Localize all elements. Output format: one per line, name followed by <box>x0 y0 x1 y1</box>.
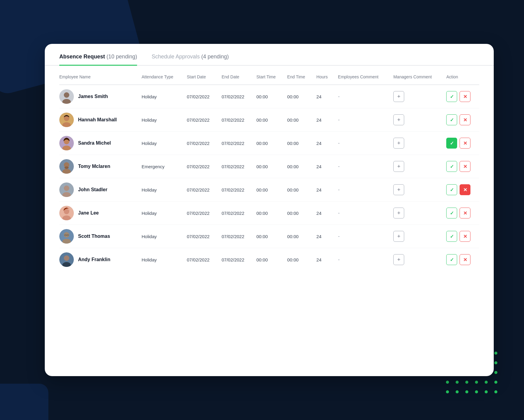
reject-button-4[interactable]: ✕ <box>460 161 470 172</box>
reject-button-1[interactable]: ✕ <box>460 91 470 102</box>
tab-absence-request[interactable]: Absence Request (10 pending) <box>59 54 137 66</box>
reject-button-2[interactable]: ✕ <box>460 114 470 125</box>
attendance-type-4: Emergency <box>138 155 183 178</box>
table-row: Andy Franklin Holiday 07/02/2022 07/02/2… <box>59 248 479 271</box>
table-row: James Smith Holiday 07/02/2022 07/02/202… <box>59 85 479 108</box>
col-end-time: End Time <box>283 66 313 85</box>
approve-button-1[interactable]: ✓ <box>446 91 457 102</box>
start-time-6: 00:00 <box>253 202 283 225</box>
employee-cell-6: Jane Lee <box>59 202 138 225</box>
attendance-type-2: Holiday <box>138 108 183 132</box>
start-date-3: 07/02/2022 <box>183 132 218 155</box>
end-date-8: 07/02/2022 <box>218 248 253 271</box>
reject-button-5[interactable]: ✕ <box>460 184 470 195</box>
approve-button-7[interactable]: ✓ <box>446 231 457 242</box>
end-date-3: 07/02/2022 <box>218 132 253 155</box>
employee-cell-2: Hannah Marshall <box>59 108 138 132</box>
end-time-2: 00:00 <box>283 108 313 132</box>
approve-button-4[interactable]: ✓ <box>446 161 457 172</box>
start-date-5: 07/02/2022 <box>183 178 218 202</box>
hours-5: 24 <box>313 178 334 202</box>
add-comment-button-5[interactable]: + <box>393 184 404 195</box>
managers-comment-cell-2: + <box>390 108 443 132</box>
start-time-4: 00:00 <box>253 155 283 178</box>
avatar-3 <box>59 136 74 150</box>
avatar-4 <box>59 159 74 174</box>
avatar-1 <box>59 89 74 104</box>
table-row: Tomy Mclaren Emergency 07/02/2022 07/02/… <box>59 155 479 178</box>
add-comment-button-6[interactable]: + <box>393 208 404 218</box>
reject-button-8[interactable]: ✕ <box>460 254 470 265</box>
reject-button-7[interactable]: ✕ <box>460 231 470 242</box>
add-comment-button-4[interactable]: + <box>393 161 404 172</box>
absence-request-table: Employee Name Attendance Type Start Date… <box>59 66 479 271</box>
add-comment-button-1[interactable]: + <box>393 91 404 102</box>
approve-button-6[interactable]: ✓ <box>446 208 457 218</box>
hours-4: 24 <box>313 155 334 178</box>
employee-name-4: Tomy Mclaren <box>78 164 110 169</box>
avatar-2 <box>59 113 74 127</box>
add-comment-button-8[interactable]: + <box>393 254 404 265</box>
action-cell-2: ✓ ✕ <box>443 108 479 132</box>
end-time-7: 00:00 <box>283 225 313 248</box>
check-icon-1: ✓ <box>450 94 454 100</box>
start-date-7: 07/02/2022 <box>183 225 218 248</box>
reject-button-3[interactable]: ✕ <box>460 138 470 149</box>
add-comment-button-7[interactable]: + <box>393 231 404 242</box>
avatar-6 <box>59 206 74 220</box>
end-date-6: 07/02/2022 <box>218 202 253 225</box>
check-icon-6: ✓ <box>450 210 454 216</box>
employees-comment-2: - <box>334 108 390 132</box>
approve-button-8[interactable]: ✓ <box>446 254 457 265</box>
table-row: Hannah Marshall Holiday 07/02/2022 07/02… <box>59 108 479 132</box>
x-icon-4: ✕ <box>463 164 467 169</box>
hours-2: 24 <box>313 108 334 132</box>
end-date-1: 07/02/2022 <box>218 85 253 108</box>
hours-3: 24 <box>313 132 334 155</box>
check-icon-5: ✓ <box>450 187 454 193</box>
employee-name-7: Scott Thomas <box>78 234 110 239</box>
col-managers-comment: Managers Comment <box>390 66 443 85</box>
end-time-3: 00:00 <box>283 132 313 155</box>
approve-button-5[interactable]: ✓ <box>446 184 457 195</box>
end-date-5: 07/02/2022 <box>218 178 253 202</box>
col-start-time: Start Time <box>253 66 283 85</box>
start-date-2: 07/02/2022 <box>183 108 218 132</box>
end-date-7: 07/02/2022 <box>218 225 253 248</box>
end-time-1: 00:00 <box>283 85 313 108</box>
employees-comment-5: - <box>334 178 390 202</box>
attendance-type-8: Holiday <box>138 248 183 271</box>
check-icon-2: ✓ <box>450 117 454 123</box>
tab-absence-request-pending: (10 pending) <box>106 54 137 60</box>
employees-comment-1: - <box>334 85 390 108</box>
tab-schedule-approvals-label: Schedule Approvals <box>152 54 200 60</box>
avatar-7 <box>59 229 74 244</box>
employees-comment-8: - <box>334 248 390 271</box>
action-cell-3: ✓ ✕ <box>443 132 479 155</box>
start-date-6: 07/02/2022 <box>183 202 218 225</box>
attendance-type-3: Holiday <box>138 132 183 155</box>
add-comment-button-2[interactable]: + <box>393 114 404 125</box>
add-comment-button-3[interactable]: + <box>393 138 404 149</box>
employees-comment-6: - <box>334 202 390 225</box>
tab-schedule-approvals[interactable]: Schedule Approvals (4 pending) <box>152 54 229 66</box>
table-row: Jane Lee Holiday 07/02/2022 07/02/2022 0… <box>59 202 479 225</box>
start-date-1: 07/02/2022 <box>183 85 218 108</box>
tab-absence-request-label: Absence Request <box>59 54 105 60</box>
col-hours: Hours <box>313 66 334 85</box>
svg-point-1 <box>64 92 69 98</box>
col-employee-name: Employee Name <box>59 66 138 85</box>
approve-button-2[interactable]: ✓ <box>446 114 457 125</box>
check-icon-8: ✓ <box>450 257 454 263</box>
hours-1: 24 <box>313 85 334 108</box>
check-icon-4: ✓ <box>450 164 454 169</box>
end-time-8: 00:00 <box>283 248 313 271</box>
avatar-5 <box>59 182 74 197</box>
reject-button-6[interactable]: ✕ <box>460 208 470 218</box>
bg-shape-bottom-left <box>0 384 48 420</box>
start-time-5: 00:00 <box>253 178 283 202</box>
tabs-container: Absence Request (10 pending) Schedule Ap… <box>45 44 494 66</box>
approve-button-3[interactable]: ✓ <box>446 138 457 149</box>
managers-comment-cell-3: + <box>390 132 443 155</box>
action-cell-1: ✓ ✕ <box>443 85 479 108</box>
